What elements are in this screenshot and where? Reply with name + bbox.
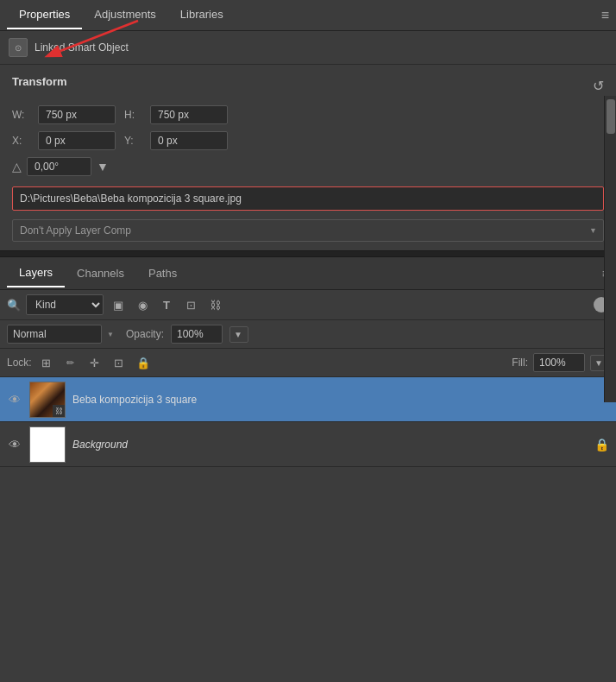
scroll-thumb[interactable]: [607, 99, 615, 134]
layer-visibility-eye-2[interactable]: 👁: [7, 437, 22, 452]
tab-channels[interactable]: Channels: [65, 260, 136, 287]
y-input[interactable]: [150, 131, 228, 150]
layer-item-background[interactable]: 👁 Background 🔒: [0, 422, 616, 467]
layer-lock-icon-2: 🔒: [594, 438, 609, 452]
layer-chain-badge: ⛓: [53, 405, 65, 417]
opacity-dropdown-arrow[interactable]: ▼: [229, 326, 248, 343]
blend-mode-wrapper: Normal: [7, 325, 119, 344]
top-tab-bar: Properties Adjustments Libraries ≡: [0, 0, 616, 31]
layer-visibility-eye-1[interactable]: 👁: [7, 392, 22, 407]
layer-thumb-image-1: ⛓: [30, 382, 65, 417]
tab-layers[interactable]: Layers: [7, 259, 65, 287]
tab-adjustments[interactable]: Adjustments: [82, 1, 168, 29]
y-label: Y:: [124, 135, 141, 147]
angle-icon: △: [12, 160, 22, 174]
angle-input[interactable]: [27, 157, 91, 176]
search-icon: 🔍: [7, 299, 21, 312]
layer-comp-select[interactable]: Don't Apply Layer Comp: [12, 219, 604, 242]
height-label: H:: [124, 109, 141, 121]
lock-all-icon[interactable]: 🔒: [134, 353, 153, 372]
filter-image-icon[interactable]: ▣: [109, 295, 128, 314]
layers-tab-bar: Layers Channels Paths ≡: [0, 257, 616, 290]
lock-transparency-icon[interactable]: ⊞: [37, 353, 56, 372]
file-path: D:\Pictures\Beba\Beba kompozicija 3 squa…: [12, 186, 604, 211]
transform-title: Transform: [12, 75, 67, 88]
tab-properties[interactable]: Properties: [7, 1, 82, 29]
x-label: X:: [12, 135, 29, 147]
fill-input[interactable]: [533, 353, 585, 372]
filter-circle-icon[interactable]: ◉: [133, 295, 152, 314]
opacity-label: Opacity:: [126, 328, 164, 340]
panel-divider: [0, 250, 616, 257]
layer-name-2: Background: [72, 439, 588, 451]
scroll-track[interactable]: [604, 96, 616, 402]
width-label: W:: [12, 109, 29, 121]
filter-text-icon[interactable]: T: [157, 295, 176, 314]
x-input[interactable]: [38, 131, 116, 150]
smart-object-label: Linked Smart Object: [35, 41, 129, 54]
height-input[interactable]: [150, 105, 228, 124]
blend-mode-select[interactable]: Normal: [7, 325, 102, 344]
fill-label: Fill:: [512, 357, 528, 369]
lock-position-icon[interactable]: ✛: [85, 353, 104, 372]
lock-pixels-icon[interactable]: ✏: [61, 353, 80, 372]
layer-name-1: Beba kompozicija 3 square: [72, 394, 609, 406]
lock-label: Lock:: [7, 357, 32, 369]
transform-reset-icon[interactable]: ↺: [593, 78, 604, 94]
layer-thumbnail-1: ⛓: [29, 382, 66, 418]
layers-panel: Layers Channels Paths ≡ 🔍 Kind ▣ ◉ T ⊡ ⛓…: [0, 257, 616, 467]
filter-link-icon[interactable]: ⛓: [205, 295, 224, 314]
layer-comp-wrapper: Don't Apply Layer Comp: [12, 219, 604, 242]
tab-libraries[interactable]: Libraries: [168, 1, 236, 29]
smart-object-row: ⊙ Linked Smart Object: [0, 31, 616, 65]
filter-kind-select[interactable]: Kind: [26, 294, 104, 315]
width-input[interactable]: [38, 105, 116, 124]
lock-artboard-icon[interactable]: ⊡: [110, 353, 129, 372]
filter-transform-icon[interactable]: ⊡: [181, 295, 200, 314]
angle-dropdown-arrow[interactable]: ▼: [97, 160, 109, 174]
lock-fill-row: Lock: ⊞ ✏ ✛ ⊡ 🔒 Fill: ▼: [0, 349, 616, 377]
layer-thumbnail-2: [29, 426, 66, 463]
top-panel-menu-icon[interactable]: ≡: [601, 8, 609, 23]
layer-item-smart-object[interactable]: 👁 ⛓ Beba kompozicija 3 square: [0, 377, 616, 422]
smart-object-icon: ⊙: [9, 38, 28, 57]
layer-thumb-background: [30, 427, 65, 462]
blend-opacity-row: Normal Opacity: ▼: [0, 320, 616, 349]
tab-paths[interactable]: Paths: [136, 260, 189, 287]
opacity-input[interactable]: [171, 325, 223, 344]
filter-row: 🔍 Kind ▣ ◉ T ⊡ ⛓: [0, 290, 616, 320]
